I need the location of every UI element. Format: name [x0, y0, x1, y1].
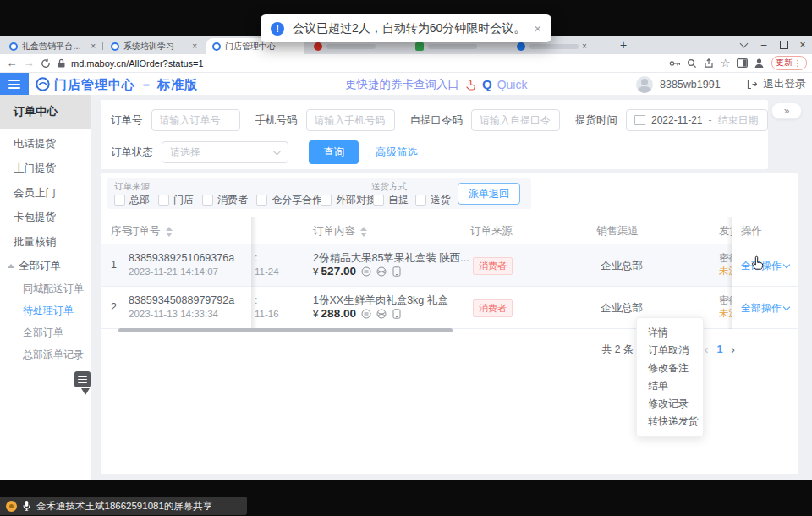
- tab-close-icon[interactable]: ×: [192, 42, 197, 51]
- promo-area: 更快捷的券卡查询入口 Q Quick: [345, 73, 527, 96]
- share-icon[interactable]: [700, 56, 717, 71]
- toast-close-icon[interactable]: ×: [534, 21, 541, 36]
- new-tab-button[interactable]: +: [614, 36, 633, 54]
- floating-drag-handle[interactable]: [74, 371, 91, 387]
- order-status-label: 订单状态: [111, 145, 153, 160]
- order-price: 527.00: [321, 265, 356, 277]
- sidebar-item-batch-verify[interactable]: 批量核销: [0, 230, 91, 255]
- next-page-button[interactable]: ›: [731, 343, 735, 356]
- checkbox-icon[interactable]: [415, 195, 426, 206]
- checkbox-warehouse-share[interactable]: 仓分享合作: [256, 193, 322, 207]
- chevron-down-icon: [783, 261, 790, 268]
- url-text[interactable]: md.maboy.cn/AllOrder?status=1: [71, 58, 204, 69]
- tab-label-placeholder: [529, 44, 579, 49]
- browser-window: 礼盒营销平台管理中心 × 系统培训学习 × 门店管理中心: [0, 36, 812, 480]
- menu-item-details[interactable]: 详情: [637, 324, 703, 342]
- chrome-menu-dots-icon[interactable]: ⋮: [794, 58, 803, 68]
- expand-filters-pill[interactable]: »: [771, 102, 802, 119]
- chevron-down-icon: [783, 304, 790, 310]
- key-icon[interactable]: [667, 56, 683, 71]
- search-button[interactable]: 查询: [309, 140, 359, 164]
- sidebar-section-order-center: 订单中心: [0, 95, 91, 129]
- checkbox-external[interactable]: 外部对接: [321, 193, 376, 207]
- dispatch-return-button[interactable]: 派单退回: [458, 183, 520, 205]
- prev-page-button[interactable]: ‹: [705, 343, 709, 356]
- horizontal-scrollbar[interactable]: [118, 328, 453, 332]
- checkbox-icon[interactable]: [321, 195, 332, 206]
- advanced-filter-link[interactable]: 高级筛选: [376, 145, 418, 160]
- coupon-query-link[interactable]: 更快捷的券卡查询入口: [345, 77, 459, 92]
- bookmark-star-icon[interactable]: ☆: [717, 56, 734, 71]
- sidebar-item-hq-dispatch-records[interactable]: 总部派单记录: [0, 343, 91, 365]
- date-range-picker[interactable]: 2022-11-21 - 结束日期: [626, 109, 768, 131]
- tab-close-icon[interactable]: ×: [582, 42, 587, 51]
- reload-icon[interactable]: [37, 56, 54, 71]
- pickup-code-input[interactable]: [471, 109, 560, 131]
- forward-icon[interactable]: →: [20, 56, 37, 71]
- profile-avatar-icon[interactable]: [751, 56, 768, 71]
- back-icon[interactable]: ←: [3, 56, 20, 71]
- sort-icons[interactable]: [360, 227, 367, 237]
- end-date-placeholder[interactable]: 结束日期: [718, 113, 759, 128]
- order-no-input[interactable]: [151, 109, 240, 131]
- tab-favicon-icon: [314, 42, 322, 51]
- menu-item-edit-note[interactable]: 修改备注: [637, 360, 703, 377]
- tab-label-placeholder: [326, 44, 376, 49]
- order-status-select[interactable]: 请选择: [162, 141, 288, 163]
- sidebar-item-all-orders[interactable]: 全部订单: [0, 321, 91, 343]
- phone-input[interactable]: [306, 109, 395, 131]
- chrome-update-button[interactable]: 更新 ⋮: [771, 56, 808, 70]
- action-cell-fixed: 全部操作: [732, 244, 798, 286]
- checkbox-icon[interactable]: [202, 195, 213, 206]
- sidebar-item-card-pickup[interactable]: 卡包提货: [0, 206, 91, 230]
- sidebar-item-pending-orders[interactable]: 待处理订单: [0, 299, 91, 321]
- action-cell-fixed: 全部操作: [732, 287, 798, 328]
- sidebar: 订单中心 电话提货 上门提货 会员上门 卡包提货 批量核销 全部订单 同城配送订…: [0, 95, 91, 480]
- sidebar-item-phone-pickup[interactable]: 电话提货: [0, 132, 91, 156]
- checkbox-delivery[interactable]: 送货: [415, 193, 451, 207]
- col-order-no[interactable]: 订单号: [129, 217, 173, 244]
- sidebar-item-door-pickup[interactable]: 上门提货: [0, 156, 91, 181]
- current-page[interactable]: 1: [716, 343, 722, 355]
- pickup-code-label: 自提口令码: [410, 113, 464, 128]
- start-date-value[interactable]: 2022-11-21: [651, 114, 703, 126]
- browser-tab-2[interactable]: 系统培训学习 ×: [105, 38, 203, 54]
- status-badge: 消费者: [473, 257, 513, 275]
- sidebar-group-all-orders[interactable]: 全部订单: [0, 255, 91, 277]
- menu-item-edit-history[interactable]: 修改记录: [637, 395, 703, 413]
- menu-item-settle[interactable]: 结单: [637, 377, 703, 395]
- side-panel-icon[interactable]: [734, 56, 751, 71]
- search-icon[interactable]: Q: [482, 77, 492, 91]
- checkbox-icon[interactable]: [373, 195, 384, 206]
- logout-icon: [746, 79, 757, 90]
- checkbox-icon[interactable]: [114, 195, 125, 206]
- checkbox-consumer[interactable]: 消费者: [202, 193, 248, 207]
- sidebar-item-member-visit[interactable]: 会员上门: [0, 181, 91, 206]
- user-avatar[interactable]: [636, 76, 653, 93]
- logout-button[interactable]: 退出登录: [764, 77, 806, 91]
- window-close-button[interactable]: ×: [793, 36, 812, 54]
- sidebar-item-city-delivery-orders[interactable]: 同城配送订单: [0, 277, 91, 299]
- order-number-cell: 83859345088979792a 2023-11-13 14:33:34: [129, 287, 234, 321]
- col-content[interactable]: 订单内容: [313, 217, 367, 244]
- tab-search-icon[interactable]: [734, 36, 753, 54]
- window-minimize-button[interactable]: –: [754, 36, 773, 54]
- sort-icons[interactable]: [166, 227, 173, 237]
- hamburger-menu-button[interactable]: [0, 73, 29, 96]
- menu-item-cancel-order[interactable]: 订单取消: [637, 342, 703, 360]
- checkbox-icon[interactable]: [158, 195, 169, 206]
- checkbox-self-pickup[interactable]: 自提: [373, 193, 409, 207]
- quick-search-label[interactable]: Quick: [497, 78, 528, 91]
- menu-item-switch-express[interactable]: 转快递发货: [637, 413, 703, 431]
- checkbox-store[interactable]: 门店: [158, 193, 194, 207]
- zoom-icon[interactable]: [683, 56, 700, 71]
- all-actions-dropdown[interactable]: 全部操作: [741, 287, 789, 329]
- lock-icon[interactable]: [54, 56, 68, 71]
- order-number: 83859345088979792a: [129, 294, 234, 307]
- browser-tab-1[interactable]: 礼盒营销平台管理中心 ×: [3, 38, 102, 54]
- checkbox-hq[interactable]: 总部: [114, 193, 150, 207]
- checkbox-icon[interactable]: [256, 195, 267, 206]
- table-row[interactable]: 1 83859389251069376a 2023-11-21 14:14:07…: [101, 244, 798, 287]
- window-maximize-button[interactable]: [775, 36, 793, 54]
- tab-close-icon[interactable]: ×: [91, 42, 96, 51]
